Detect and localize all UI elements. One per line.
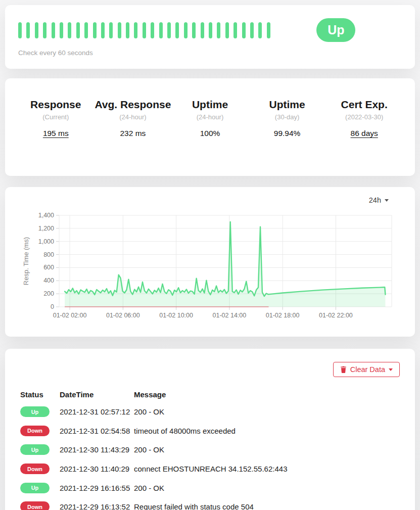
column-datetime: DateTime — [60, 390, 134, 399]
response-time-chart[interactable]: 02004006008001,0001,2001,40001-02 02:000… — [20, 209, 410, 333]
heartbeat-pill — [118, 22, 121, 38]
stat-value: 195 ms — [17, 129, 95, 138]
stat-value: 99.94% — [249, 129, 326, 138]
heartbeat-row: Up — [18, 5, 402, 42]
heartbeat-pill — [267, 22, 270, 38]
heartbeat-pill — [18, 22, 22, 38]
stat-title: Uptime — [249, 98, 326, 112]
y-tick-label: 200 — [43, 290, 54, 297]
event-message: 200 - OK — [134, 445, 400, 454]
heartbeat-pill — [167, 22, 171, 38]
stat-title: Cert Exp. — [325, 98, 403, 112]
stat-value: 100% — [171, 129, 249, 138]
heartbeat-pill — [76, 22, 80, 38]
event-message: connect EHOSTUNREACH 34.152.55.62:443 — [134, 465, 400, 473]
heartbeat-pill — [143, 22, 146, 38]
heartbeat-pill — [234, 22, 237, 38]
chart-period-label: 24h — [369, 196, 381, 204]
y-tick-label: 1,200 — [38, 225, 54, 232]
heartbeat-pill — [84, 22, 88, 38]
heartbeat-pill — [126, 22, 129, 38]
events-table: Status DateTime Message Up2021-12-31 02:… — [20, 386, 400, 510]
stat-subtitle: (Current) — [17, 113, 95, 121]
chart-card: 24h 02004006008001,0001,2001,40001-02 02… — [5, 187, 415, 337]
stat-item-4: Cert Exp.(2022-03-30)86 days — [325, 98, 403, 138]
event-status-badge: Down — [20, 501, 50, 510]
x-tick-label: 01-02 10:00 — [159, 312, 193, 319]
clear-data-label: Clear Data — [350, 365, 385, 374]
event-datetime: 2021-12-30 11:43:29 — [60, 445, 134, 454]
event-message: 200 - OK — [134, 484, 400, 492]
event-datetime: 2021-12-31 02:57:12 — [60, 407, 134, 416]
event-message: timeout of 48000ms exceeded — [134, 427, 400, 435]
heartbeat-pill — [217, 22, 220, 38]
heartbeat-pill — [209, 22, 212, 38]
x-tick-label: 01-02 22:00 — [319, 312, 353, 319]
stat-subtitle: (24-hour) — [171, 113, 249, 121]
x-tick-label: 01-02 14:00 — [213, 312, 247, 319]
y-tick-label: 400 — [43, 277, 54, 284]
event-message: 200 - OK — [134, 407, 400, 416]
heartbeat-pill — [184, 22, 188, 38]
heartbeat-pill — [225, 22, 229, 38]
stat-title: Avg. Response — [95, 98, 172, 112]
events-table-header: Status DateTime Message — [20, 386, 400, 402]
event-status-badge: Up — [20, 483, 50, 493]
status-badge: Up — [316, 18, 355, 42]
event-row-4: Up2021-12-29 16:16:55200 - OK — [20, 478, 400, 497]
column-message: Message — [134, 390, 400, 399]
heartbeat-pill — [109, 22, 113, 38]
chevron-down-icon — [385, 199, 389, 202]
events-card: Clear Data Status DateTime Message Up202… — [5, 349, 415, 510]
heartbeat-pill — [242, 22, 246, 38]
stat-subtitle: (2022-03-30) — [325, 113, 403, 121]
heartbeat-pill — [101, 22, 105, 38]
y-tick-label: 1,000 — [38, 238, 54, 245]
chart-header: 24h — [5, 195, 415, 205]
clear-data-button[interactable]: Clear Data — [333, 362, 400, 377]
heartbeat-pill — [134, 22, 137, 38]
event-datetime: 2021-12-29 16:16:55 — [60, 484, 134, 492]
x-tick-label: 01-02 18:00 — [266, 312, 300, 319]
heartbeat-card: Up Check every 60 seconds — [5, 5, 415, 69]
heartbeat-pill — [175, 22, 179, 38]
heartbeat-pill — [93, 22, 97, 38]
event-row-5: Down2021-12-29 16:13:52Request failed wi… — [20, 497, 400, 510]
x-tick-label: 01-02 02:00 — [53, 312, 87, 319]
event-datetime: 2021-12-30 11:40:29 — [60, 465, 134, 473]
stat-title: Uptime — [171, 98, 249, 112]
stat-title: Response — [17, 98, 95, 112]
uptime-monitor-page: Up Check every 60 seconds Response(Curre… — [0, 0, 420, 510]
heartbeat-pill — [43, 22, 46, 38]
stat-item-1: Avg. Response(24-hour)232 ms — [95, 98, 172, 138]
y-axis-title: Resp. Time (ms) — [22, 237, 30, 285]
stat-item-0: Response(Current)195 ms — [17, 98, 95, 138]
heartbeat-pill — [258, 22, 262, 38]
heartbeat-pill — [52, 22, 55, 38]
stat-subtitle: (30-day) — [249, 113, 326, 121]
event-status-badge: Up — [20, 444, 50, 455]
event-row-0: Up2021-12-31 02:57:12200 - OK — [20, 402, 400, 422]
trash-icon — [340, 366, 347, 373]
column-status: Status — [20, 390, 60, 399]
y-tick-label: 800 — [43, 251, 54, 258]
y-tick-label: 0 — [51, 303, 54, 310]
events-table-body: Up2021-12-31 02:57:12200 - OKDown2021-12… — [20, 402, 400, 510]
event-status-badge: Up — [20, 406, 50, 417]
stats-card: Response(Current)195 msAvg. Response(24-… — [5, 78, 415, 176]
event-row-1: Down2021-12-31 02:54:58timeout of 48000m… — [20, 422, 400, 441]
event-row-3: Down2021-12-30 11:40:29connect EHOSTUNRE… — [20, 459, 400, 479]
status-pill-wrap: Up — [270, 18, 402, 42]
event-datetime: 2021-12-29 16:13:52 — [60, 502, 134, 510]
heartbeat-pill — [60, 22, 63, 38]
chart-period-select[interactable]: 24h — [369, 195, 389, 205]
heartbeat-pill — [35, 22, 38, 38]
y-tick-label: 1,400 — [38, 212, 54, 219]
event-status-badge: Down — [20, 426, 50, 436]
stat-item-3: Uptime(30-day)99.94% — [249, 98, 326, 138]
heartbeat-pill — [201, 22, 204, 38]
x-tick-label: 01-02 06:00 — [106, 312, 140, 319]
heartbeat-pill — [192, 22, 196, 38]
stat-value: 86 days — [325, 129, 403, 138]
y-tick-label: 600 — [43, 264, 54, 271]
